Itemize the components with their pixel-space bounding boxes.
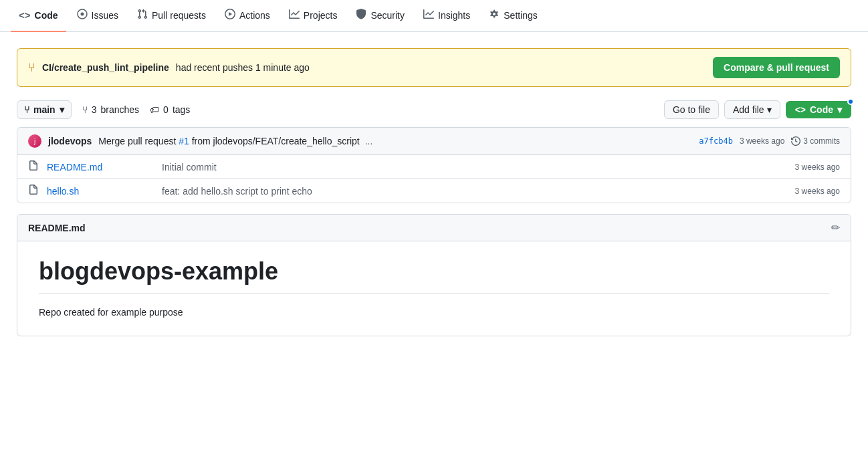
pull-requests-icon <box>137 9 148 21</box>
nav-code[interactable]: <> Code <box>11 0 66 32</box>
code-button-label: Code <box>810 104 833 115</box>
file-commit-message: feat: add hello.sh script to print echo <box>162 186 787 197</box>
svg-point-1 <box>80 13 84 16</box>
code-icon: <> <box>19 9 31 21</box>
branch-selector-icon: ⑂ <box>24 104 29 115</box>
add-file-label: Add file <box>733 104 764 115</box>
file-time: 3 weeks ago <box>795 162 840 172</box>
branch-bar-left: ⑂ main ▾ ⑂ 3 branches 🏷 0 tags <box>17 100 190 119</box>
commit-hash[interactable]: a7fcb4b <box>699 136 733 146</box>
chevron-down-icon: ▾ <box>837 104 842 115</box>
insights-icon <box>423 9 434 21</box>
go-to-file-button[interactable]: Go to file <box>664 100 719 119</box>
readme-description: Repo created for example purpose <box>39 305 829 320</box>
tags-count-link[interactable]: 🏷 0 tags <box>150 104 190 115</box>
notification-banner: ⑂ CI/create_push_lint_pipeline had recen… <box>17 48 851 87</box>
readme-header: README.md ✏ <box>17 215 851 241</box>
commit-row-left: j jlodevops Merge pull request #1 from j… <box>28 134 372 148</box>
file-icon <box>28 160 39 173</box>
code-button[interactable]: <> Code ▾ <box>786 101 851 118</box>
notification-branch-name: CI/create_push_lint_pipeline <box>42 62 169 73</box>
main-content: ⑂ CI/create_push_lint_pipeline had recen… <box>6 32 862 352</box>
branch-selector[interactable]: ⑂ main ▾ <box>17 100 72 119</box>
code-btn-notification-dot <box>847 98 854 105</box>
chevron-down-icon: ▾ <box>767 104 772 115</box>
branches-icon: ⑂ <box>82 104 88 115</box>
branch-name-label: main <box>33 104 56 115</box>
readme-content: blogdevops-example Repo created for exam… <box>17 241 851 336</box>
nav-issues[interactable]: Issues <box>69 0 126 32</box>
tags-label: tags <box>173 104 190 115</box>
tags-icon: 🏷 <box>150 104 159 115</box>
security-icon <box>356 9 366 21</box>
compare-pull-request-button[interactable]: Compare & pull request <box>713 57 840 78</box>
commit-author[interactable]: jlodevops <box>48 136 92 146</box>
commit-message-text: Merge pull request #1 from jlodevops/FEA… <box>98 136 372 146</box>
readme-heading: blogdevops-example <box>39 257 829 294</box>
branches-count-link[interactable]: ⑂ 3 branches <box>82 104 139 115</box>
table-row: hello.sh feat: add hello.sh script to pr… <box>17 179 851 203</box>
nav-projects[interactable]: Projects <box>281 0 346 32</box>
commit-history-link[interactable]: 3 commits <box>791 136 840 146</box>
add-file-button[interactable]: Add file ▾ <box>724 100 780 119</box>
projects-icon <box>289 9 300 21</box>
notification-message: had recent pushes 1 minute ago <box>176 62 310 73</box>
file-commit-message: Initial commit <box>162 162 787 173</box>
file-time: 3 weeks ago <box>795 187 840 196</box>
tags-count-number: 0 <box>163 104 169 115</box>
code-icon: <> <box>795 104 806 115</box>
branch-bar: ⑂ main ▾ ⑂ 3 branches 🏷 0 tags Go to fil… <box>17 100 851 119</box>
commit-time: 3 weeks ago <box>740 136 784 146</box>
readme-title: README.md <box>28 223 86 233</box>
issues-icon <box>77 9 88 21</box>
actions-icon <box>225 9 235 21</box>
top-navigation: <> Code Issues Pull requests Actions Pro… <box>0 0 868 32</box>
settings-icon <box>489 9 500 21</box>
branches-label: branches <box>100 104 139 115</box>
commit-row-right: a7fcb4b 3 weeks ago 3 commits <box>699 136 840 146</box>
nav-security[interactable]: Security <box>348 0 413 32</box>
notification-banner-left: ⑂ CI/create_push_lint_pipeline had recen… <box>28 61 310 75</box>
nav-actions[interactable]: Actions <box>217 0 278 32</box>
file-name-link[interactable]: README.md <box>47 162 154 173</box>
branch-bar-right: Go to file Add file ▾ <> Code ▾ <box>664 100 851 119</box>
file-icon <box>28 185 39 197</box>
file-table: j jlodevops Merge pull request #1 from j… <box>17 127 851 203</box>
table-row: README.md Initial commit 3 weeks ago <box>17 155 851 179</box>
nav-pull-requests[interactable]: Pull requests <box>129 0 214 32</box>
commit-pr-link[interactable]: #1 <box>179 136 189 146</box>
file-name-link[interactable]: hello.sh <box>47 186 154 197</box>
readme-box: README.md ✏ blogdevops-example Repo crea… <box>17 214 851 336</box>
chevron-down-icon: ▾ <box>60 104 64 115</box>
branches-count-number: 3 <box>92 104 97 115</box>
commits-count: 3 commits <box>803 136 840 146</box>
nav-settings[interactable]: Settings <box>481 0 546 32</box>
branch-icon: ⑂ <box>28 61 35 75</box>
commit-row: j jlodevops Merge pull request #1 from j… <box>17 128 851 155</box>
avatar: j <box>28 134 41 148</box>
edit-icon[interactable]: ✏ <box>831 221 840 234</box>
nav-insights[interactable]: Insights <box>415 0 478 32</box>
